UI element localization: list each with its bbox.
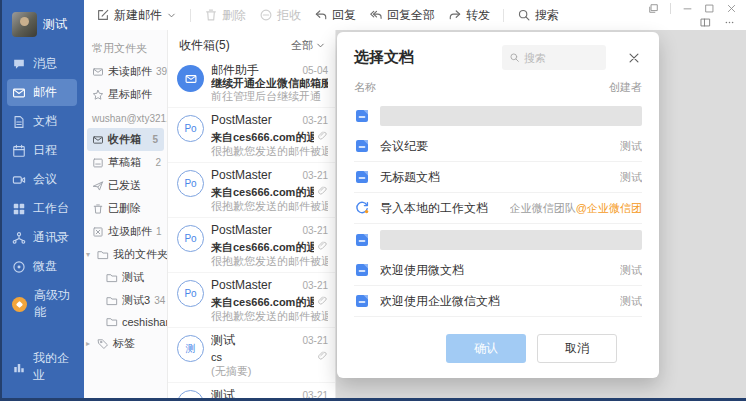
folder-unread[interactable]: 未读邮件 39 xyxy=(84,60,167,83)
forward-label: 转发 xyxy=(466,7,490,24)
mail-date: 03-21 xyxy=(302,225,328,236)
folder-test3[interactable]: 测试3 34 xyxy=(84,289,167,312)
confirm-button[interactable]: 确认 xyxy=(446,334,526,363)
minimize-icon[interactable] xyxy=(682,3,693,14)
mail-item[interactable]: 邮件助手05-04 继续开通企业微信邮箱服务 前往管理后台继续开通 xyxy=(168,58,335,108)
mail-subject: 来自ces666.com的退信 xyxy=(211,186,314,199)
mail-item-body: 测试03-21 cs (无摘要) xyxy=(211,333,328,378)
sidebar-item-label: 文档 xyxy=(33,113,57,130)
select-document-dialog: 选择文档 名称 创建者 xyxy=(337,32,659,378)
new-mail-button[interactable]: 新建邮件 xyxy=(96,7,177,24)
creator-mention[interactable]: @企业微信团 xyxy=(576,202,642,214)
wedoc-icon xyxy=(354,293,370,309)
folder-section-label: 常用文件夹 xyxy=(84,36,167,60)
disk-icon xyxy=(12,260,26,274)
folder-label: 草稿箱 xyxy=(108,155,141,170)
folder-sent[interactable]: 已发送 xyxy=(84,174,167,197)
sidebar-item-messages[interactable]: 消息 xyxy=(7,50,77,77)
dialog-search-input[interactable] xyxy=(524,52,594,64)
document-row[interactable]: 导入本地的工作文档 企业微信团队@企业微信团 xyxy=(354,193,642,224)
sidebar-item-my-enterprise[interactable]: 我的企业 xyxy=(7,345,77,389)
document-icon xyxy=(12,115,26,129)
draft-icon xyxy=(92,157,104,169)
mail-item[interactable]: 测 测试03-21 cs (无摘要) xyxy=(168,328,335,383)
new-mail-label: 新建邮件 xyxy=(114,7,162,24)
delete-button[interactable]: 删除 xyxy=(204,7,246,24)
attachment-paperclip-icon xyxy=(318,127,328,145)
inbox-icon xyxy=(92,134,104,146)
sent-icon xyxy=(92,180,104,192)
sidebar-item-advanced[interactable]: 高级功能 xyxy=(7,282,77,326)
mail-sender: 邮件助手 xyxy=(211,63,298,77)
folder-inbox[interactable]: 收件箱 5 xyxy=(87,128,164,151)
folder-label: 测试 xyxy=(122,270,144,285)
loading-skeleton-bar xyxy=(380,230,642,250)
folder-spam[interactable]: 垃圾邮件 1 xyxy=(84,220,167,243)
mail-sender: 测试 xyxy=(211,333,298,347)
forward-button[interactable]: 转发 xyxy=(448,7,490,24)
folder-drafts[interactable]: 草稿箱 2 xyxy=(84,151,167,174)
mail-item[interactable]: Po PostMaster03-21 来自ces666.com的退信 很抱歉您发… xyxy=(168,163,335,218)
sidebar-item-meeting[interactable]: 会议 xyxy=(7,166,77,193)
reject-button[interactable]: 拒收 xyxy=(259,7,301,24)
sidebar-item-label: 消息 xyxy=(33,55,57,72)
sidebar-item-contacts[interactable]: 通讯录 xyxy=(7,224,77,251)
folder-tags[interactable]: ▸ 标签 xyxy=(84,332,167,355)
sidebar-item-label: 工作台 xyxy=(33,200,69,217)
maximize-icon[interactable] xyxy=(704,3,715,14)
wedoc-icon xyxy=(354,169,370,185)
sidebar-item-label: 高级功能 xyxy=(34,287,72,321)
dialog-title: 选择文档 xyxy=(354,48,492,67)
reading-pane-dimmed: 选择文档 名称 创建者 xyxy=(336,30,746,401)
mail-date: 03-21 xyxy=(302,280,328,291)
cancel-button[interactable]: 取消 xyxy=(537,334,617,363)
enterprise-icon xyxy=(12,360,26,374)
mail-item[interactable]: Po PostMaster03-21 来自ces666.com的退信 很抱歉您发… xyxy=(168,273,335,328)
mail-subject: 来自ces666.com的退信 xyxy=(211,131,314,144)
sidebar-item-label: 微盘 xyxy=(33,258,57,275)
mail-filter-dropdown[interactable]: 全部 xyxy=(291,38,326,53)
chevron-down-icon xyxy=(315,40,326,51)
close-dialog-button[interactable] xyxy=(624,48,644,68)
mail-preview: (无摘要) xyxy=(211,365,328,378)
reading-pane-layout-icon[interactable] xyxy=(700,17,711,28)
sidebar-item-mail[interactable]: 邮件 xyxy=(7,79,77,106)
collapse-caret-icon[interactable]: ▸ xyxy=(86,339,93,348)
dialog-search-box[interactable] xyxy=(502,45,606,70)
sidebar-item-schedule[interactable]: 日程 xyxy=(7,137,77,164)
popup-window-icon[interactable] xyxy=(648,3,659,14)
folder-label: 垃圾邮件 xyxy=(108,224,152,239)
folder-starred[interactable]: 星标邮件 xyxy=(84,83,167,106)
view-controls xyxy=(700,17,735,28)
mail-toolbar: 新建邮件 删除 拒收 回复 回复全部 转发 xyxy=(84,0,746,30)
document-row[interactable]: 欢迎使用企业微信文档 测试 xyxy=(354,286,642,317)
content-row: 常用文件夹 未读邮件 39 星标邮件 wushan@xty321.w... 收件… xyxy=(84,30,746,401)
document-row[interactable]: 欢迎使用微文档 测试 xyxy=(354,255,642,286)
reply-button[interactable]: 回复 xyxy=(314,7,356,24)
expand-caret-icon[interactable]: ▾ xyxy=(86,250,93,259)
folder-ceshishanch[interactable]: ceshishanch... xyxy=(84,312,167,332)
sidebar-item-wedrive[interactable]: 微盘 xyxy=(7,253,77,280)
attachment-paperclip-icon xyxy=(318,347,328,365)
sidebar-item-docs[interactable]: 文档 xyxy=(7,108,77,135)
sidebar-item-workbench[interactable]: 工作台 xyxy=(7,195,77,222)
org-contacts-icon xyxy=(12,231,26,245)
document-row[interactable]: 会议纪要 测试 xyxy=(354,131,642,162)
folder-test[interactable]: 测试 xyxy=(84,266,167,289)
profile[interactable]: 测试 xyxy=(0,10,84,49)
mail-item-body: 邮件助手05-04 继续开通企业微信邮箱服务 前往管理后台继续开通 xyxy=(211,63,328,103)
mail-item[interactable]: Po PostMaster03-21 来自ces666.com的退信 很抱歉您发… xyxy=(168,218,335,273)
document-row-loading[interactable] xyxy=(354,100,642,131)
document-row-loading[interactable] xyxy=(354,224,642,255)
mail-item[interactable]: Po PostMaster03-21 来自ces666.com的退信 很抱歉您发… xyxy=(168,108,335,163)
close-window-icon[interactable] xyxy=(726,3,737,14)
search-button[interactable]: 搜索 xyxy=(517,7,559,24)
more-options-icon[interactable] xyxy=(724,17,735,28)
folder-label: 标签 xyxy=(113,336,135,351)
avatar[interactable] xyxy=(12,12,37,37)
folder-my-folders[interactable]: ▾ 我的文件夹 34 xyxy=(84,243,167,266)
app-sidebar: 测试 消息 邮件 文档 日程 会议 工作台 通讯录 xyxy=(0,0,84,401)
folder-deleted[interactable]: 已删除 xyxy=(84,197,167,220)
reply-all-button[interactable]: 回复全部 xyxy=(369,7,435,24)
document-row[interactable]: 无标题文档 测试 xyxy=(354,162,642,193)
